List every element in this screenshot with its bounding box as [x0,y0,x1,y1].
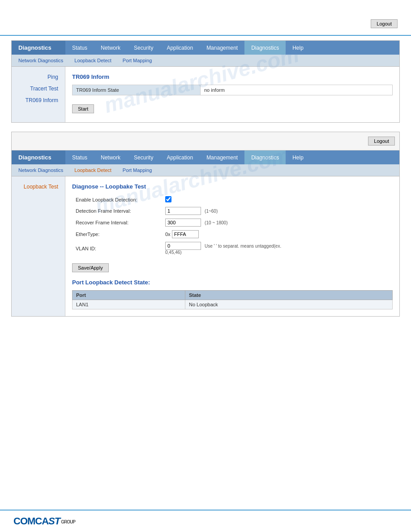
port-state-table: Port State LAN1 No Loopback [72,290,393,309]
nav-help[interactable]: Help [286,41,310,55]
nav-brand-bottom: Diagnostics [12,150,65,164]
nav-network-2[interactable]: Network [94,150,127,164]
frame-interval-note: (1~60) [205,209,218,214]
vlan-id-row: VLAN ID: Use ' ' to separat. means untag… [72,240,393,257]
port-state-title: Port Loopback Detect State: [72,279,393,286]
ether-type-cell: 0x [162,228,393,240]
nav-diagnostics[interactable]: Diagnostics [244,41,286,55]
nav-application-2[interactable]: Application [160,150,200,164]
recover-interval-input[interactable] [165,219,201,227]
sub-nav-loopback-detect[interactable]: Loopback Detect [72,57,114,64]
sub-nav-top: Network Diagnostics Loopback Detect Port… [12,55,399,67]
save-apply-row: Save/Apply [72,261,393,275]
nav-status[interactable]: Status [65,41,94,55]
nav-network[interactable]: Network [94,41,127,55]
loopback-form-table: Enable Loopback Detection: Detection Fra… [72,194,393,257]
recover-interval-note: (10 ~ 1800) [205,220,227,225]
sub-nav-loopback-detect-2[interactable]: Loopback Detect [72,167,114,174]
save-apply-button[interactable]: Save/Apply [72,263,109,272]
frame-interval-input[interactable] [165,207,201,215]
tr069-state-label: TR069 Inform State [73,85,201,95]
main-content-bottom: Diagnose -- Loopbake Test Enable Loopbac… [65,176,399,316]
nav-bar-top: Diagnostics Status Network Security Appl… [12,41,399,55]
col-state: State [185,291,392,300]
nav-brand-top: Diagnostics [12,41,65,55]
vlan-id-label: VLAN ID: [72,240,162,257]
ether-type-prefix: 0x [165,232,171,237]
ether-type-label: EtherType: [72,228,162,240]
content-area-bottom: Loopback Test Diagnose -- Loopbake Test … [12,176,399,316]
sidebar-tracert[interactable]: Tracert Test [12,83,65,94]
logout-row-bottom: Logout [12,132,399,150]
sub-nav-port-mapping-2[interactable]: Port Mapping [120,167,154,174]
table-row: TR069 Inform State no inform [73,85,393,95]
port-lan1: LAN1 [73,300,185,309]
sub-nav-port-mapping[interactable]: Port Mapping [120,57,154,64]
nav-help-2[interactable]: Help [286,150,310,164]
nav-status-2[interactable]: Status [65,150,94,164]
enable-label: Enable Loopback Detection: [72,194,162,205]
state-lan1: No Loopback [185,300,392,309]
tr069-state-value: no inform [201,85,393,95]
sub-nav-network-diagnostics-2[interactable]: Network Diagnostics [16,167,65,174]
vlan-id-cell: Use ' ' to separat. means untagged(ex. 0… [162,240,393,257]
recover-interval-label: Recover Frame Interval: [72,217,162,228]
sidebar-ping[interactable]: Ping [12,71,65,83]
sub-nav-network-diagnostics[interactable]: Network Diagnostics [16,57,65,64]
vlan-id-range: 0,45,46) [165,250,389,255]
logout-button-top[interactable]: Logout [371,19,398,28]
nav-bar-bottom: Diagnostics Status Network Security Appl… [12,150,399,164]
nav-security-2[interactable]: Security [127,150,160,164]
content-area-top: Ping Tracert Test TR069 Inform TR069 Inf… [12,67,399,122]
sidebar-tr069[interactable]: TR069 Inform [12,94,65,106]
col-port: Port [73,291,185,300]
sidebar-top: Ping Tracert Test TR069 Inform [12,67,65,122]
sub-nav-bottom: Network Diagnostics Loopback Detect Port… [12,164,399,176]
recover-interval-row: Recover Frame Interval: (10 ~ 1800) [72,217,393,228]
loopback-section-title: Diagnose -- Loopbake Test [72,183,393,190]
vlan-id-input[interactable] [165,242,201,250]
enable-checkbox-cell[interactable] [162,194,393,205]
vlan-id-note: Use ' ' to separat. means untagged(ex. [205,244,281,249]
state-table-header-row: Port State [73,291,393,300]
nav-items-bottom: Status Network Security Application Mana… [65,150,310,164]
nav-application[interactable]: Application [160,41,200,55]
nav-diagnostics-2[interactable]: Diagnostics [244,150,286,164]
recover-interval-cell: (10 ~ 1800) [162,217,393,228]
ether-type-row: EtherType: 0x [72,228,393,240]
sidebar-bottom: Loopback Test [12,176,65,316]
nav-management[interactable]: Management [200,41,244,55]
enable-checkbox[interactable] [165,196,171,202]
tr069-state-table: TR069 Inform State no inform [72,85,393,95]
start-button[interactable]: Start [72,104,94,113]
nav-items-top: Status Network Security Application Mana… [65,41,310,55]
main-content-top: TR069 Inform TR069 Inform State no infor… [65,67,399,122]
nav-management-2[interactable]: Management [200,150,244,164]
sidebar-loopback-test[interactable]: Loopback Test [12,181,65,193]
logout-button-bottom[interactable]: Logout [368,137,395,146]
ether-type-input[interactable] [172,230,199,238]
frame-interval-label: Detection Frame Interval: [72,205,162,217]
enable-row: Enable Loopback Detection: [72,194,393,205]
nav-security[interactable]: Security [127,41,160,55]
frame-interval-row: Detection Frame Interval: (1~60) [72,205,393,217]
frame-interval-cell: (1~60) [162,205,393,217]
table-row: LAN1 No Loopback [73,300,393,309]
tr069-section-title: TR069 Inform [72,73,393,80]
